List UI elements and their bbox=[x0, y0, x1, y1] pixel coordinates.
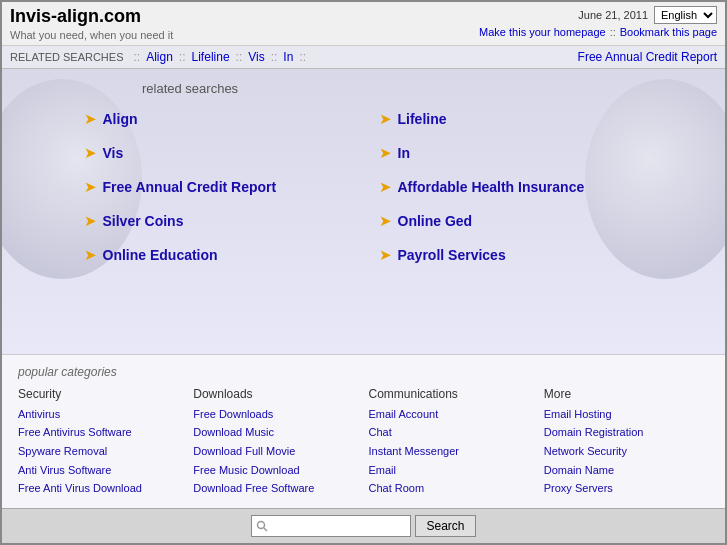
link-online-education[interactable]: Online Education bbox=[103, 247, 218, 263]
link-anti-virus-software[interactable]: Anti Virus Software bbox=[18, 461, 183, 480]
search-button[interactable]: Search bbox=[415, 515, 475, 537]
link-align[interactable]: Align bbox=[103, 111, 138, 127]
category-title-downloads: Downloads bbox=[193, 387, 358, 401]
category-security: Security Antivirus Free Antivirus Softwa… bbox=[18, 387, 183, 498]
link-free-music-download[interactable]: Free Music Download bbox=[193, 461, 358, 480]
site-tagline: What you need, when you need it bbox=[10, 29, 173, 41]
link-email[interactable]: Email bbox=[369, 461, 534, 480]
list-item: ➤ Payroll Services bbox=[379, 242, 644, 268]
popular-categories-heading: popular categories bbox=[18, 365, 709, 379]
list-item: ➤ In bbox=[379, 140, 644, 166]
arrow-icon: ➤ bbox=[379, 178, 392, 196]
related-heading: related searches bbox=[142, 81, 238, 96]
bookmark-link[interactable]: Bookmark this page bbox=[620, 26, 717, 38]
arrow-icon: ➤ bbox=[84, 144, 97, 162]
arrow-icon: ➤ bbox=[379, 110, 392, 128]
list-item: ➤ Affordable Health Insurance bbox=[379, 174, 644, 200]
link-network-security[interactable]: Network Security bbox=[544, 442, 709, 461]
link-spyware-removal[interactable]: Spyware Removal bbox=[18, 442, 183, 461]
link-proxy-servers[interactable]: Proxy Servers bbox=[544, 479, 709, 498]
category-communications: Communications Email Account Chat Instan… bbox=[369, 387, 534, 498]
link-domain-registration[interactable]: Domain Registration bbox=[544, 423, 709, 442]
link-antivirus[interactable]: Antivirus bbox=[18, 405, 183, 424]
list-item: ➤ Online Education bbox=[84, 242, 349, 268]
arrow-icon: ➤ bbox=[84, 178, 97, 196]
link-chat-room[interactable]: Chat Room bbox=[369, 479, 534, 498]
link-payroll-services[interactable]: Payroll Services bbox=[398, 247, 506, 263]
link-free-antivirus[interactable]: Free Antivirus Software bbox=[18, 423, 183, 442]
site-title: Invis-align.com bbox=[10, 6, 173, 27]
link-lifeline[interactable]: Lifeline bbox=[398, 111, 447, 127]
category-more: More Email Hosting Domain Registration N… bbox=[544, 387, 709, 498]
link-free-anti-virus-download[interactable]: Free Anti Virus Download bbox=[18, 479, 183, 498]
list-item: ➤ Vis bbox=[84, 140, 349, 166]
link-download-full-movie[interactable]: Download Full Movie bbox=[193, 442, 358, 461]
category-title-communications: Communications bbox=[369, 387, 534, 401]
link-free-annual-credit[interactable]: Free Annual Credit Report bbox=[103, 179, 277, 195]
separator: :: bbox=[610, 26, 616, 38]
related-bar-credit[interactable]: Free Annual Credit Report bbox=[578, 50, 717, 64]
category-title-more: More bbox=[544, 387, 709, 401]
homepage-link[interactable]: Make this your homepage bbox=[479, 26, 606, 38]
related-bar-align[interactable]: Align bbox=[146, 50, 173, 64]
arrow-icon: ➤ bbox=[84, 110, 97, 128]
list-item: ➤ Align bbox=[84, 106, 349, 132]
list-item: ➤ Silver Coins bbox=[84, 208, 349, 234]
related-bar-vis[interactable]: Vis bbox=[248, 50, 264, 64]
related-bar-in[interactable]: In bbox=[283, 50, 293, 64]
list-item: ➤ Free Annual Credit Report bbox=[84, 174, 349, 200]
arrow-icon: ➤ bbox=[379, 246, 392, 264]
link-affordable-health[interactable]: Affordable Health Insurance bbox=[398, 179, 585, 195]
related-bar-lifeline[interactable]: Lifeline bbox=[192, 50, 230, 64]
link-instant-messenger[interactable]: Instant Messenger bbox=[369, 442, 534, 461]
date-display: June 21, 2011 bbox=[578, 9, 648, 21]
link-download-free-software[interactable]: Download Free Software bbox=[193, 479, 358, 498]
arrow-icon: ➤ bbox=[379, 212, 392, 230]
link-download-music[interactable]: Download Music bbox=[193, 423, 358, 442]
link-vis[interactable]: Vis bbox=[103, 145, 124, 161]
link-silver-coins[interactable]: Silver Coins bbox=[103, 213, 184, 229]
link-chat[interactable]: Chat bbox=[369, 423, 534, 442]
link-email-account[interactable]: Email Account bbox=[369, 405, 534, 424]
link-domain-name[interactable]: Domain Name bbox=[544, 461, 709, 480]
search-input[interactable] bbox=[251, 515, 411, 537]
link-in[interactable]: In bbox=[398, 145, 410, 161]
list-item: ➤ Online Ged bbox=[379, 208, 644, 234]
list-item: ➤ Lifeline bbox=[379, 106, 644, 132]
arrow-icon: ➤ bbox=[84, 246, 97, 264]
related-bar-label: RELATED SEARCHES bbox=[10, 51, 124, 63]
link-email-hosting[interactable]: Email Hosting bbox=[544, 405, 709, 424]
language-selector[interactable]: English bbox=[654, 6, 717, 24]
categories-grid: Security Antivirus Free Antivirus Softwa… bbox=[18, 387, 709, 498]
arrow-icon: ➤ bbox=[379, 144, 392, 162]
category-downloads: Downloads Free Downloads Download Music … bbox=[193, 387, 358, 498]
arrow-icon: ➤ bbox=[84, 212, 97, 230]
link-online-ged[interactable]: Online Ged bbox=[398, 213, 473, 229]
link-free-downloads[interactable]: Free Downloads bbox=[193, 405, 358, 424]
category-title-security: Security bbox=[18, 387, 183, 401]
